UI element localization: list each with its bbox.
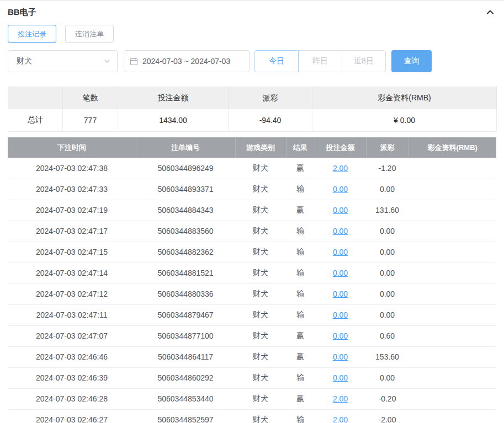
bet-amount-link[interactable]: 0.00 [333, 227, 348, 235]
game-type-cell: 财犬 [235, 158, 286, 179]
payout-cell: 0.60 [366, 325, 408, 346]
game-select[interactable]: 财犬 [8, 50, 118, 72]
bet-time-cell: 2024-07-03 02:46:46 [8, 346, 136, 367]
result-cell: 赢 [286, 200, 315, 221]
summary-header-row: 笔数 投注金额 派彩 彩金资料(RMB) [8, 87, 497, 109]
bet-amount-cell: 0.00 [315, 242, 366, 263]
tabs-row: 投注记录 连消注单 [0, 24, 504, 50]
game-type-cell: 财犬 [235, 179, 286, 200]
bet-amount-link[interactable]: 0.00 [333, 373, 348, 382]
chevron-up-icon[interactable] [485, 7, 495, 17]
result-cell: 输 [286, 179, 315, 200]
bet-amount-link[interactable]: 0.00 [333, 185, 348, 194]
yesterday-button[interactable]: 昨日 [298, 50, 342, 72]
filters-row: 财犬 2024-07-03 ~ 2024-07-03 今日 昨日 近8 [0, 50, 504, 87]
table-row: 2024-07-03 02:47:075060344877100财犬赢0.000… [8, 325, 496, 346]
result-cell: 赢 [286, 158, 315, 179]
date-range-input[interactable]: 2024-07-03 ~ 2024-07-03 [124, 50, 250, 72]
result-cell: 输 [286, 367, 315, 388]
bet-amount-link[interactable]: 0.00 [333, 290, 348, 298]
bet-amount-cell: 0.00 [315, 367, 366, 388]
bet-amount-cell: 0.00 [315, 263, 366, 283]
game-type-cell: 财犬 [235, 409, 286, 423]
bet-amount-link[interactable]: 0.00 [333, 248, 348, 256]
bet-amount-link[interactable]: 2.00 [333, 415, 348, 423]
summary-col-bet-amount: 投注金额 [118, 87, 229, 109]
table-row: 2024-07-03 02:47:385060344896249财犬赢2.00-… [8, 158, 496, 179]
payout-cell: 0.00 [366, 304, 408, 325]
game-type-cell: 财犬 [235, 242, 286, 263]
game-type-cell: 财犬 [235, 388, 286, 409]
col-bet-time: 下注时间 [8, 137, 136, 158]
col-bonus: 彩金资料(RMB) [408, 137, 496, 158]
order-id-cell: 5060344896249 [136, 158, 235, 179]
bet-amount-link[interactable]: 2.00 [333, 394, 348, 403]
col-result: 结果 [286, 137, 315, 158]
summary-total-count: 777 [63, 109, 118, 132]
result-cell: 输 [286, 263, 315, 283]
bonus-cell [408, 367, 496, 388]
bonus-cell [408, 179, 496, 200]
bet-amount-link[interactable]: 0.00 [333, 310, 348, 319]
bonus-cell [408, 221, 496, 242]
payout-cell: 0.00 [366, 179, 408, 200]
game-type-cell: 财犬 [235, 367, 286, 388]
bonus-cell [408, 304, 496, 325]
bonus-cell [408, 242, 496, 263]
bet-amount-cell: 0.00 [315, 283, 366, 304]
today-button[interactable]: 今日 [254, 50, 299, 72]
summary-col-payout: 派彩 [229, 87, 312, 109]
game-type-cell: 财犬 [235, 304, 286, 325]
table-row: 2024-07-03 02:47:335060344893371财犬输0.000… [8, 179, 496, 200]
last-8-days-button[interactable]: 近8日 [342, 50, 386, 72]
game-type-cell: 财犬 [235, 221, 286, 242]
bet-time-cell: 2024-07-03 02:46:27 [8, 409, 136, 423]
bet-amount-link[interactable]: 0.00 [333, 352, 348, 361]
result-cell: 赢 [286, 346, 315, 367]
tab-bet-records[interactable]: 投注记录 [8, 25, 56, 43]
game-type-cell: 财犬 [235, 346, 286, 367]
bet-amount-cell: 0.00 [315, 325, 366, 346]
table-row: 2024-07-03 02:47:145060344881521财犬输0.000… [8, 263, 496, 283]
bet-amount-cell: 0.00 [315, 200, 366, 221]
date-range-value: 2024-07-03 ~ 2024-07-03 [142, 57, 230, 66]
col-payout: 派彩 [366, 137, 408, 158]
bet-time-cell: 2024-07-03 02:46:39 [8, 367, 136, 388]
order-id-cell: 5060344893371 [136, 179, 235, 200]
bet-amount-link[interactable]: 0.00 [333, 331, 348, 340]
bet-records-table: 下注时间 注单编号 游戏类别 结果 投注金额 派彩 彩金资料(RMB) 2024… [8, 137, 496, 423]
order-id-cell: 5060344879467 [136, 304, 235, 325]
game-type-cell: 财犬 [235, 325, 286, 346]
summary-col-bonus: 彩金资料(RMB) [312, 87, 497, 109]
tab-cancelled-orders[interactable]: 连消注单 [65, 25, 114, 43]
bet-amount-cell: 0.00 [315, 221, 366, 242]
bonus-cell [408, 200, 496, 221]
table-row: 2024-07-03 02:46:465060344864117财犬赢0.001… [8, 346, 496, 367]
search-button[interactable]: 查询 [391, 50, 432, 72]
bet-time-cell: 2024-07-03 02:47:17 [8, 221, 136, 242]
bonus-cell [408, 409, 496, 423]
result-cell: 输 [286, 304, 315, 325]
bet-table-body: 2024-07-03 02:47:385060344896249财犬赢2.00-… [8, 158, 496, 423]
payout-cell: 0.00 [366, 283, 408, 304]
bet-time-cell: 2024-07-03 02:47:15 [8, 242, 136, 263]
order-id-cell: 5060344883560 [136, 221, 235, 242]
payout-cell: 131.60 [366, 200, 408, 221]
summary-total-bet-amount: 1434.00 [118, 109, 229, 132]
payout-cell: 0.00 [366, 263, 408, 283]
table-row: 2024-07-03 02:47:195060344884343财犬赢0.001… [8, 200, 496, 221]
payout-cell: 0.00 [366, 221, 408, 242]
result-cell: 输 [286, 409, 315, 423]
bet-amount-link[interactable]: 0.00 [333, 206, 348, 215]
bet-amount-link[interactable]: 2.00 [333, 164, 348, 173]
bet-amount-link[interactable]: 0.00 [333, 269, 348, 277]
panel-title: BB电子 [8, 7, 36, 18]
bet-time-cell: 2024-07-03 02:47:38 [8, 158, 136, 179]
payout-cell: 153.60 [366, 346, 408, 367]
order-id-cell: 5060344877100 [136, 325, 235, 346]
order-id-cell: 5060344881521 [136, 263, 235, 283]
result-cell: 赢 [286, 325, 315, 346]
bonus-cell [408, 283, 496, 304]
bet-amount-cell: 0.00 [315, 179, 366, 200]
table-row: 2024-07-03 02:47:175060344883560财犬输0.000… [8, 221, 496, 242]
